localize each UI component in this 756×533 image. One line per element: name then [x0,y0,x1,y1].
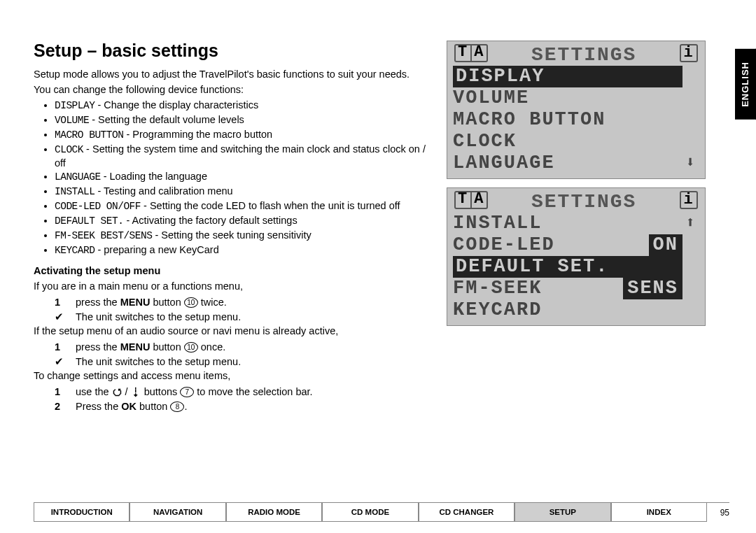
main-text-column: Setup – basic settings Setup mode allows… [34,41,440,414]
lead-paragraph: You can change the following device func… [34,83,426,96]
function-list-item: DISPLAY - Change the display characteris… [55,99,426,113]
footer-nav-item[interactable]: SETUP [514,503,610,522]
function-list-item: DEFAULT SET. - Activating the factory de… [55,214,426,228]
page-number: 95 [707,508,729,518]
footer-nav-item[interactable]: INTRODUCTION [34,503,130,522]
lcd-menu-item: KEYCARD [451,299,701,321]
button-ref-icon: 8 [170,401,184,412]
result-item: ✔ The unit switches to the setup menu. [55,355,426,369]
lcd-menu-item: LANGUAGE⬇ [451,152,701,174]
lcd-menu-item: INSTALL⬆ [451,213,701,234]
footer-nav: INTRODUCTIONNAVIGATIONRADIO MODECD MODEC… [34,502,729,522]
paragraph: To change settings and access menu items… [34,369,426,382]
lcd-menu-item: CODE-LEDON [451,234,701,256]
paragraph: If you are in a main menu or a functions… [34,280,426,292]
ta-icon: TA [454,44,488,62]
lcd-menu-item: DISPLAY [451,66,701,87]
function-list-item: FM-SEEK BEST/SENS - Setting the seek tun… [55,229,426,243]
lcd-menu-item: MACRO BUTTON [451,109,701,131]
lcd-menu-item: FM-SEEKSENS [451,278,701,299]
step-item: 2 Press the OK button 8. [55,399,426,414]
function-list-item: INSTALL - Testing and calibration menu [55,185,426,199]
scroll-down-icon: ⬇ [682,152,699,174]
function-list-item: KEYCARD - preparing a new KeyCard [55,243,426,257]
step-item: 1 press the MENU button 10 twice. [55,295,426,310]
lcd-screen-1: TA SETTINGS i DISPLAYVOLUMEMACRO BUTTONC… [447,41,706,179]
lcd-title: SETTINGS [488,44,680,66]
button-ref-icon: 10 [184,342,198,353]
lcd-column: TA SETTINGS i DISPLAYVOLUMEMACRO BUTTONC… [447,41,706,414]
lcd-title: SETTINGS [488,191,680,213]
function-list-item: CODE-LED ON/OFF - Setting the code LED t… [55,199,426,213]
footer-nav-item[interactable]: INDEX [611,503,707,522]
language-tab: ENGLISH [735,49,756,120]
function-list-item: LANGUAGE - Loading the language [55,170,426,184]
footer-nav-item[interactable]: CD CHANGER [419,503,514,522]
scroll-up-icon: ⬆ [682,213,699,234]
step-item: 1 press the MENU button 10 once. [55,340,426,355]
lcd-menu-item: VOLUME [451,87,701,109]
subheading: Activating the setup menu [34,264,426,277]
result-item: ✔ The unit switches to the setup menu. [55,310,426,325]
ta-icon: TA [454,191,488,209]
function-list-item: VOLUME - Setting the default volume leve… [55,113,426,127]
intro-paragraph: Setup mode allows you to adjust the Trav… [34,68,426,80]
function-list: DISPLAY - Change the display characteris… [55,99,426,257]
button-ref-icon: 10 [184,297,198,308]
footer-nav-item[interactable]: NAVIGATION [130,503,225,522]
page-title: Setup – basic settings [34,41,426,61]
paragraph: If the setup menu of an audio source or … [34,325,426,337]
info-icon: i [680,191,698,209]
lcd-screen-2: TA SETTINGS i INSTALL⬆CODE-LEDONDEFAULT … [447,187,706,326]
lcd-menu-item: DEFAULT SET. [451,256,701,278]
button-ref-icon: 7 [180,387,194,397]
lcd-menu-item: CLOCK [451,131,701,152]
function-list-item: CLOCK - Setting the system time and swit… [55,143,426,170]
footer-nav-item[interactable]: RADIO MODE [226,503,322,522]
info-icon: i [680,44,698,62]
step-item: 1 use the ⭯ / ⭭ buttons 7 to move the se… [55,385,426,399]
footer-nav-item[interactable]: CD MODE [322,503,418,522]
function-list-item: MACRO BUTTON - Programming the macro but… [55,128,426,142]
